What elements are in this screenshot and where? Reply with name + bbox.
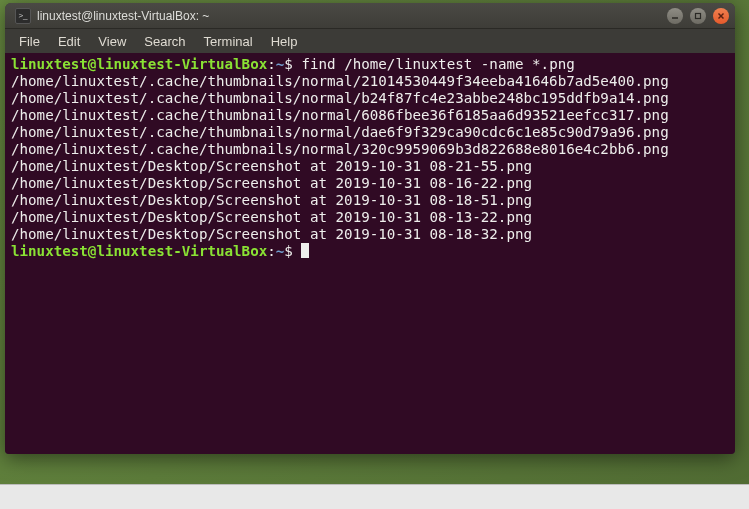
prompt-sep1: :: [267, 243, 276, 259]
menu-help[interactable]: Help: [263, 31, 306, 52]
output-line: /home/linuxtest/Desktop/Screenshot at 20…: [11, 175, 532, 191]
output-line: /home/linuxtest/.cache/thumbnails/normal…: [11, 141, 669, 157]
minimize-icon: [671, 12, 679, 20]
prompt-userhost: linuxtest@linuxtest-VirtualBox: [11, 56, 267, 72]
prompt-sep2: $: [284, 243, 301, 259]
cursor: [301, 243, 309, 258]
close-icon: [717, 12, 725, 20]
bottom-strip: [0, 484, 749, 509]
menu-terminal[interactable]: Terminal: [196, 31, 261, 52]
output-line: /home/linuxtest/.cache/thumbnails/normal…: [11, 73, 669, 89]
prompt-sep2: $: [284, 56, 301, 72]
output-line: /home/linuxtest/.cache/thumbnails/normal…: [11, 124, 669, 140]
output-line: /home/linuxtest/Desktop/Screenshot at 20…: [11, 192, 532, 208]
menubar: File Edit View Search Terminal Help: [5, 29, 735, 53]
maximize-button[interactable]: [690, 8, 706, 24]
window-controls: [667, 8, 729, 24]
command-text: find /home/linuxtest -name *.png: [301, 56, 574, 72]
output-line: /home/linuxtest/.cache/thumbnails/normal…: [11, 107, 669, 123]
output-line: /home/linuxtest/.cache/thumbnails/normal…: [11, 90, 669, 106]
menu-edit[interactable]: Edit: [50, 31, 88, 52]
output-line: /home/linuxtest/Desktop/Screenshot at 20…: [11, 226, 532, 242]
window-title-text: linuxtest@linuxtest-VirtualBox: ~: [37, 9, 209, 23]
titlebar[interactable]: >_ linuxtest@linuxtest-VirtualBox: ~: [5, 3, 735, 29]
output-line: /home/linuxtest/Desktop/Screenshot at 20…: [11, 158, 532, 174]
window-title: >_ linuxtest@linuxtest-VirtualBox: ~: [15, 8, 209, 24]
terminal-window: >_ linuxtest@linuxtest-VirtualBox: ~ Fil…: [5, 3, 735, 454]
maximize-icon: [694, 12, 702, 20]
terminal-body[interactable]: linuxtest@linuxtest-VirtualBox:~$ find /…: [5, 53, 735, 454]
menu-search[interactable]: Search: [136, 31, 193, 52]
prompt-userhost: linuxtest@linuxtest-VirtualBox: [11, 243, 267, 259]
terminal-icon: >_: [15, 8, 31, 24]
svg-rect-1: [696, 13, 701, 18]
prompt-sep1: :: [267, 56, 276, 72]
minimize-button[interactable]: [667, 8, 683, 24]
menu-file[interactable]: File: [11, 31, 48, 52]
output-line: /home/linuxtest/Desktop/Screenshot at 20…: [11, 209, 532, 225]
menu-view[interactable]: View: [90, 31, 134, 52]
close-button[interactable]: [713, 8, 729, 24]
